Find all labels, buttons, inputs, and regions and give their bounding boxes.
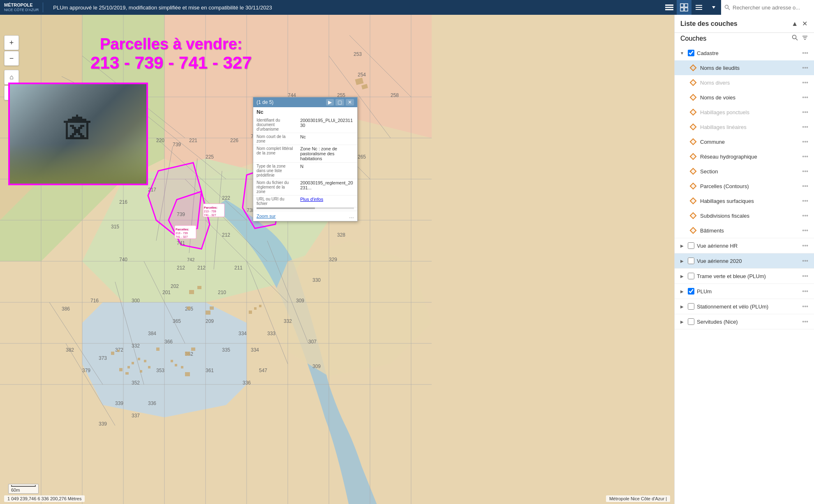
svg-text:386: 386 <box>62 306 70 312</box>
svg-text:361: 361 <box>206 368 214 373</box>
more-noms-voies[interactable]: ••• <box>800 94 810 101</box>
zoom-out-btn[interactable]: − <box>4 51 19 66</box>
layer-item-reseau-hydro[interactable]: Réseau hydrographique ••• <box>675 149 814 164</box>
layer-name-noms-lieudits: Noms de lieudits <box>700 65 800 71</box>
parcelles-overlay: Parcelles à vendre: 213 - 739 - 741 - 32… <box>90 35 252 73</box>
checkbox-cadastre[interactable] <box>688 50 694 56</box>
more-habillages-surfaciques[interactable]: ••• <box>800 198 810 204</box>
layer-item-habillages-surfaciques[interactable]: Habillages surfaciques ••• <box>675 193 814 208</box>
filter-layers-btn[interactable] <box>802 35 808 42</box>
expand-plum[interactable]: ▶ <box>679 288 685 295</box>
more-commune[interactable]: ••• <box>800 138 810 145</box>
popup-more-btn[interactable]: ... <box>349 213 354 219</box>
checkbox-plum[interactable] <box>688 288 694 295</box>
map-area[interactable]: 739 218 217 216 315 739 741 212 212 738 … <box>0 15 674 504</box>
layer-group-vue-aerienne-hr: ▶ Vue aérienne HR ••• <box>675 238 814 253</box>
more-vue-aerienne-2020[interactable]: ••• <box>800 258 810 264</box>
layer-name-parcelles-contours: Parcelles (Contours) <box>700 183 800 189</box>
layer-item-habillages-ponctuels[interactable]: Habillages ponctuels ••• <box>675 105 814 120</box>
layer-group-servitudes: ▶ Servitudes (Nice) ••• <box>675 314 814 329</box>
layer-name-habillages-lineaires: Habillages linéaires <box>700 124 800 130</box>
popup-row-fichier: Nom du fichier du règlement de la zone 2… <box>253 179 357 196</box>
svg-text:213 - 739: 213 - 739 <box>176 232 188 235</box>
diamond-orange-icon <box>690 94 697 101</box>
layer-item-commune[interactable]: Commune ••• <box>675 134 814 149</box>
layer-item-noms-voies[interactable]: Noms de voies ••• <box>675 90 814 105</box>
more-subdivisions-fiscales[interactable]: ••• <box>800 212 810 219</box>
plus-infos-link[interactable]: Plus d'infos <box>300 197 323 202</box>
checkbox-servitudes[interactable] <box>688 318 694 325</box>
panel-header-buttons: ▲ ✕ <box>791 19 808 28</box>
svg-text:339: 339 <box>115 400 123 406</box>
zoom-in-btn[interactable]: + <box>4 35 19 50</box>
svg-text:333: 333 <box>267 331 275 336</box>
svg-rect-164 <box>181 366 183 368</box>
layer-item-noms-lieudits[interactable]: Noms de lieudits ••• <box>675 60 814 75</box>
popup-play-btn[interactable]: ▶ <box>326 99 334 106</box>
layer-item-servitudes[interactable]: ▶ Servitudes (Nice) ••• <box>675 314 814 329</box>
menu-btn[interactable] <box>691 0 706 15</box>
expand-servitudes[interactable]: ▶ <box>679 318 685 325</box>
expand-vue-aerienne-2020[interactable]: ▶ <box>679 258 685 264</box>
layer-item-stationnement[interactable]: ▶ Stationnement et vélo (PLUm) ••• <box>675 299 814 314</box>
layer-item-habillages-lineaires[interactable]: Habillages linéaires ••• <box>675 120 814 134</box>
layers-btn[interactable] <box>662 0 677 15</box>
layer-name-batiments: Bâtiments <box>700 228 800 234</box>
more-habillages-ponctuels[interactable]: ••• <box>800 109 810 115</box>
checkbox-vue-aerienne-2020[interactable] <box>688 258 694 264</box>
expand-cadastre[interactable]: ▼ <box>679 50 685 56</box>
expand-trame-verte[interactable]: ▶ <box>679 273 685 279</box>
layer-item-vue-aerienne-hr[interactable]: ▶ Vue aérienne HR ••• <box>675 238 814 253</box>
expand-stationnement[interactable]: ▶ <box>679 303 685 310</box>
more-cadastre[interactable]: ••• <box>800 50 810 56</box>
checkbox-trame-verte[interactable] <box>688 273 694 279</box>
more-reseau-hydro[interactable]: ••• <box>800 153 810 160</box>
more-noms-lieudits[interactable]: ••• <box>800 64 810 71</box>
more-plum[interactable]: ••• <box>800 288 810 295</box>
more-trame-verte[interactable]: ••• <box>800 273 810 279</box>
more-section[interactable]: ••• <box>800 168 810 175</box>
popup-label-url: URL ou URI du fichier <box>253 196 297 207</box>
search-layers-btn[interactable] <box>792 35 798 42</box>
layer-name-plum: PLUm <box>697 288 800 295</box>
dropdown-btn[interactable] <box>706 0 721 15</box>
more-noms-divers[interactable]: ••• <box>800 79 810 86</box>
svg-rect-0 <box>665 5 673 6</box>
svg-text:353: 353 <box>156 368 164 373</box>
layer-item-section[interactable]: Section ••• <box>675 164 814 179</box>
checkbox-vue-aerienne-hr[interactable] <box>688 242 694 249</box>
more-habillages-lineaires[interactable]: ••• <box>800 124 810 130</box>
icon-subdivisions-fiscales <box>689 212 697 219</box>
panel-collapse-btn[interactable]: ▲ <box>791 19 799 28</box>
svg-rect-165 <box>187 306 190 310</box>
zoom-sur-link[interactable]: Zoom sur <box>257 214 275 219</box>
expand-vue-aerienne-hr[interactable]: ▶ <box>679 242 685 249</box>
more-parcelles-contours[interactable]: ••• <box>800 183 810 189</box>
search-input[interactable] <box>733 5 811 11</box>
svg-text:226: 226 <box>230 138 238 143</box>
popup-close-btn[interactable]: ✕ <box>346 99 354 106</box>
layer-item-plum[interactable]: ▶ PLUm ••• <box>675 284 814 299</box>
diamond-orange-icon <box>690 109 697 116</box>
layer-item-noms-divers[interactable]: Noms divers ••• <box>675 75 814 90</box>
svg-text:212: 212 <box>177 265 185 271</box>
more-servitudes[interactable]: ••• <box>800 318 810 325</box>
diamond-orange-icon <box>690 79 697 86</box>
panel-close-btn[interactable]: ✕ <box>801 19 808 28</box>
layer-item-subdivisions-fiscales[interactable]: Subdivisions fiscales ••• <box>675 208 814 223</box>
checkbox-stationnement[interactable] <box>688 303 694 310</box>
couches-header: Couches <box>675 33 814 46</box>
more-vue-aerienne-hr[interactable]: ••• <box>800 242 810 249</box>
popup-restore-btn[interactable]: ▢ <box>335 99 344 106</box>
layer-item-cadastre[interactable]: ▼ Cadastre ••• <box>675 46 814 60</box>
more-stationnement[interactable]: ••• <box>800 303 810 310</box>
layer-item-parcelles-contours[interactable]: Parcelles (Contours) ••• <box>675 179 814 193</box>
layer-item-batiments[interactable]: Bâtiments ••• <box>675 223 814 238</box>
svg-rect-145 <box>197 286 201 289</box>
popup-scrollbar[interactable] <box>257 207 354 209</box>
svg-rect-166 <box>249 311 252 314</box>
grid-btn[interactable] <box>677 0 691 15</box>
layer-item-trame-verte[interactable]: ▶ Trame verte et bleue (PLUm) ••• <box>675 269 814 283</box>
layer-item-vue-aerienne-2020[interactable]: ▶ Vue aérienne 2020 ••• <box>675 253 814 268</box>
more-batiments[interactable]: ••• <box>800 227 810 234</box>
